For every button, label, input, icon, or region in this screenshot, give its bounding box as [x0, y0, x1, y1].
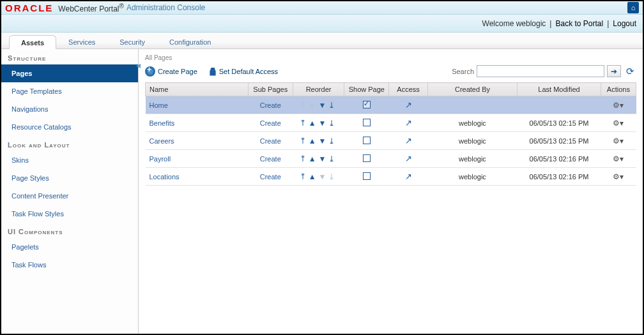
lock-icon	[209, 68, 217, 75]
welcome-bar: Welcome weblogic | Back to Portal | Logo…	[1, 15, 643, 33]
move-up-icon[interactable]: ▲	[309, 154, 319, 163]
access-icon[interactable]: ↗	[405, 136, 412, 145]
col-lastmodified[interactable]: Last Modified	[518, 83, 601, 96]
created-by: weblogic	[427, 132, 518, 150]
last-modified: 06/05/13 02:15 PM	[518, 114, 601, 132]
move-down-icon[interactable]: ▼	[319, 101, 329, 110]
tabs-row: AssetsServicesSecurityConfiguration	[1, 33, 643, 49]
logout-link[interactable]: Logout	[613, 19, 636, 28]
move-down-icon[interactable]: ▼	[319, 154, 329, 163]
show-page-checkbox[interactable]	[363, 119, 371, 126]
move-top-icon[interactable]: ⤒	[300, 119, 309, 128]
move-top-icon[interactable]: ⤒	[300, 172, 309, 181]
create-subpage-link[interactable]: Create	[260, 137, 281, 145]
page-name-link[interactable]: Payroll	[150, 155, 171, 163]
access-icon[interactable]: ↗	[405, 172, 412, 181]
move-top-icon: ⤒	[300, 101, 309, 110]
col-showpage[interactable]: Show Page	[344, 83, 389, 96]
access-icon[interactable]: ↗	[405, 154, 412, 163]
show-page-checkbox[interactable]	[363, 154, 371, 162]
show-page-checkbox[interactable]	[363, 172, 371, 180]
table-row[interactable]: CareersCreate⤒▲▼⤓↗weblogic06/05/13 02:15…	[146, 132, 636, 150]
create-subpage-link[interactable]: Create	[260, 155, 281, 163]
move-up-icon[interactable]: ▲	[309, 119, 319, 128]
actions-menu[interactable]: ⚙▾	[613, 119, 624, 128]
search-wrap: Search ➔ ⟳	[452, 65, 636, 77]
search-input[interactable]	[477, 65, 604, 77]
access-icon[interactable]: ↗	[405, 118, 412, 128]
table-row[interactable]: LocationsCreate⤒▲▼⤓↗weblogic06/05/13 02:…	[146, 168, 636, 186]
create-subpage-link[interactable]: Create	[260, 173, 281, 181]
actions-menu[interactable]: ⚙▾	[613, 101, 624, 110]
move-top-icon[interactable]: ⤒	[300, 137, 309, 145]
sidebar-group: UI Components	[1, 223, 138, 238]
tab-services[interactable]: Services	[56, 34, 107, 48]
help-icon[interactable]: ⌂	[627, 2, 639, 13]
actions-menu[interactable]: ⚙▾	[613, 137, 624, 145]
col-subpages[interactable]: Sub Pages	[248, 83, 293, 96]
back-to-portal-link[interactable]: Back to Portal	[555, 19, 603, 28]
actions-menu[interactable]: ⚙▾	[613, 154, 624, 163]
move-up-icon[interactable]: ▲	[309, 172, 319, 181]
show-page-checkbox[interactable]	[363, 101, 371, 108]
sidebar-item-task-flows[interactable]: Task Flows	[1, 256, 138, 274]
show-page-checkbox[interactable]	[363, 137, 371, 144]
move-down-icon[interactable]: ▼	[319, 137, 329, 145]
tab-assets[interactable]: Assets	[9, 35, 56, 49]
col-createdby[interactable]: Created By	[427, 83, 518, 96]
table-row[interactable]: PayrollCreate⤒▲▼⤓↗weblogic06/05/13 02:16…	[146, 150, 636, 168]
created-by: weblogic	[427, 150, 518, 168]
col-access[interactable]: Access	[389, 83, 427, 96]
collapse-sidebar-icon[interactable]: ◂	[136, 61, 141, 70]
col-actions[interactable]: Actions	[601, 83, 636, 96]
move-bottom-icon[interactable]: ⤓	[328, 119, 337, 128]
table-row[interactable]: BenefitsCreate⤒▲▼⤓↗weblogic06/05/13 02:1…	[146, 114, 636, 132]
table-row[interactable]: HomeCreate⤒▲▼⤓↗⚙▾	[146, 96, 636, 114]
sidebar-item-page-templates[interactable]: Page Templates	[1, 82, 138, 100]
sidebar-group: Structure	[1, 49, 138, 64]
search-go-button[interactable]: ➔	[607, 65, 621, 77]
sidebar: StructurePagesPage TemplatesNavigationsR…	[1, 49, 139, 334]
breadcrumb: All Pages	[145, 54, 636, 61]
sidebar-item-task-flow-styles[interactable]: Task Flow Styles	[1, 205, 138, 223]
last-modified: 06/05/13 02:16 PM	[518, 150, 601, 168]
col-name[interactable]: Name	[146, 83, 249, 96]
actions-menu[interactable]: ⚙▾	[613, 172, 624, 181]
sidebar-item-resource-catalogs[interactable]: Resource Catalogs	[1, 118, 138, 136]
move-top-icon[interactable]: ⤒	[300, 154, 309, 163]
welcome-text: Welcome weblogic	[482, 19, 546, 28]
created-by: weblogic	[427, 114, 518, 132]
move-down-icon[interactable]: ▼	[319, 119, 329, 128]
sidebar-item-navigations[interactable]: Navigations	[1, 100, 138, 118]
create-page-button[interactable]: Create Page	[145, 66, 197, 77]
sidebar-item-pagelets[interactable]: Pagelets	[1, 238, 138, 256]
set-default-access-button[interactable]: Set Default Access	[209, 68, 278, 75]
sidebar-item-skins[interactable]: Skins	[1, 151, 138, 169]
access-icon[interactable]: ↗	[405, 100, 412, 110]
page-name-link[interactable]: Careers	[150, 137, 174, 145]
created-by: weblogic	[427, 168, 518, 186]
content-area: ◂ All Pages Create Page Set Default Acce…	[139, 49, 643, 334]
move-bottom-icon[interactable]: ⤓	[328, 154, 337, 163]
page-name-link[interactable]: Locations	[150, 173, 180, 181]
admin-console-label: Administration Console	[126, 3, 205, 12]
move-bottom-icon[interactable]: ⤓	[328, 137, 337, 145]
product-name: WebCenter Portal®	[58, 3, 124, 13]
tab-configuration[interactable]: Configuration	[157, 34, 223, 48]
sidebar-item-page-styles[interactable]: Page Styles	[1, 169, 138, 187]
col-reorder[interactable]: Reorder	[293, 83, 344, 96]
page-name-link[interactable]: Benefits	[150, 119, 175, 127]
pages-table: Name Sub Pages Reorder Show Page Access …	[145, 82, 636, 186]
create-subpage-link[interactable]: Create	[260, 101, 281, 109]
header-bar: ORACLE WebCenter Portal® Administration …	[1, 1, 643, 15]
page-name-link[interactable]: Home	[150, 101, 168, 109]
sidebar-item-content-presenter[interactable]: Content Presenter	[1, 187, 138, 205]
move-up-icon[interactable]: ▲	[309, 137, 319, 145]
sidebar-item-pages[interactable]: Pages	[1, 64, 138, 82]
oracle-logo: ORACLE	[5, 3, 53, 13]
move-bottom-icon: ⤓	[328, 172, 337, 181]
refresh-icon[interactable]: ⟳	[624, 65, 636, 77]
create-subpage-link[interactable]: Create	[260, 119, 281, 127]
tab-security[interactable]: Security	[107, 34, 157, 48]
move-bottom-icon[interactable]: ⤓	[328, 101, 337, 110]
